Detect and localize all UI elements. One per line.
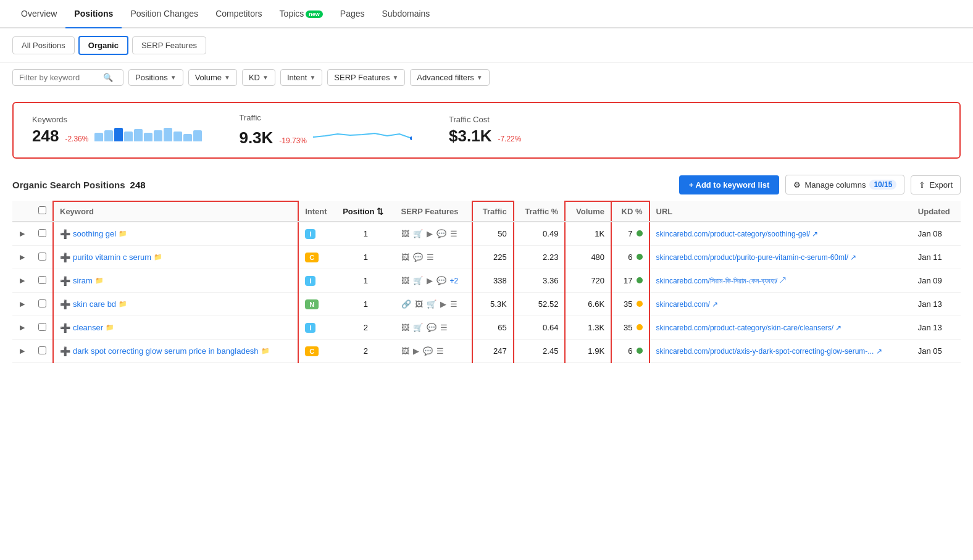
columns-count-badge: 10/15 xyxy=(869,180,896,190)
row-checkbox[interactable] xyxy=(32,340,53,363)
th-checkbox xyxy=(32,201,53,222)
table-actions: + Add to keyword list ⚙ Manage columns 1… xyxy=(679,175,961,194)
row-intent: I xyxy=(298,222,336,246)
volume-filter[interactable]: Volume ▼ xyxy=(188,69,237,86)
keyword-link[interactable]: ➕ siram 📁 xyxy=(60,276,291,286)
row-expand[interactable]: ▶ xyxy=(12,316,32,340)
traffic-cost-change: -7.22% xyxy=(498,135,521,143)
keyword-link[interactable]: ➕ dark spot correcting glow serum price … xyxy=(60,346,291,356)
url-link[interactable]: skincarebd.com/সিরাম-কি-সিরাম-কেন-ব্যবহা… xyxy=(656,277,906,285)
row-checkbox[interactable] xyxy=(32,316,53,340)
nav-topics[interactable]: Topicsnew xyxy=(271,0,332,27)
row-kd: 6 xyxy=(611,246,649,269)
url-link[interactable]: skincarebd.com/product/axis-y-dark-spot-… xyxy=(656,347,906,356)
serp-icon-video: ▶ xyxy=(427,276,433,285)
tab-all-positions[interactable]: All Positions xyxy=(12,36,75,54)
url-link[interactable]: skincarebd.com/product-category/soothing… xyxy=(656,230,906,238)
chevron-down-icon: ▼ xyxy=(262,74,269,81)
row-checkbox[interactable] xyxy=(32,222,53,246)
serp-icon-image: 🖼 xyxy=(415,299,423,309)
add-to-keyword-list-button[interactable]: + Add to keyword list xyxy=(679,175,780,194)
positions-filter[interactable]: Positions ▼ xyxy=(128,69,183,86)
export-button[interactable]: ⇧ Export xyxy=(911,175,961,194)
select-all-checkbox[interactable] xyxy=(38,206,46,214)
nav-overview[interactable]: Overview xyxy=(12,0,65,27)
row-position: 2 xyxy=(336,316,395,340)
serp-icon-video: ▶ xyxy=(427,229,433,238)
table-row: ▶ ➕ cleanser 📁 I 2 🖼🛒💬☰ 65 0.64 1.3K 35 … xyxy=(12,316,961,340)
row-updated: Jan 11 xyxy=(912,246,961,269)
row-select-checkbox[interactable] xyxy=(38,229,46,237)
expand-button[interactable]: ▶ xyxy=(19,322,26,333)
row-serp-features: 🖼▶💬☰ xyxy=(395,340,472,363)
row-url: skincarebd.com/product-category/soothing… xyxy=(649,222,912,246)
serp-features-filter[interactable]: SERP Features ▼ xyxy=(327,69,405,86)
row-url: skincarebd.com/সিরাম-কি-সিরাম-কেন-ব্যবহা… xyxy=(649,269,912,293)
keyword-link[interactable]: ➕ cleanser 📁 xyxy=(60,323,291,333)
url-link[interactable]: skincarebd.com/product-category/skin-car… xyxy=(656,324,906,332)
nav-subdomains[interactable]: Subdomains xyxy=(374,0,439,27)
keyword-history-icon: 📁 xyxy=(95,277,104,285)
row-checkbox[interactable] xyxy=(32,269,53,293)
serp-icon-image: 🖼 xyxy=(401,276,409,285)
export-icon: ⇧ xyxy=(919,180,925,190)
row-intent: N xyxy=(298,293,336,316)
keyword-link[interactable]: ➕ skin care bd 📁 xyxy=(60,299,291,309)
tab-serp-features[interactable]: SERP Features xyxy=(132,36,206,54)
keyword-history-icon: 📁 xyxy=(261,347,270,355)
th-position[interactable]: Position ⇅ xyxy=(336,201,395,222)
nav-competitors[interactable]: Competitors xyxy=(207,0,270,27)
row-keyword: ➕ skin care bd 📁 xyxy=(53,293,298,316)
expand-button[interactable]: ▶ xyxy=(19,228,26,239)
traffic-change: -19.73% xyxy=(279,136,307,145)
row-select-checkbox[interactable] xyxy=(38,346,46,354)
url-link[interactable]: skincarebd.com/ ↗ xyxy=(656,300,906,309)
table-header: Organic Search Positions 248 + Add to ke… xyxy=(12,169,961,201)
row-select-checkbox[interactable] xyxy=(38,276,46,284)
kd-filter[interactable]: KD ▼ xyxy=(242,69,275,86)
keywords-bar-chart xyxy=(94,128,202,141)
row-kd: 17 xyxy=(611,269,649,293)
add-keyword-icon: ➕ xyxy=(60,346,70,356)
row-serp-features: 🖼🛒💬☰ xyxy=(395,316,472,340)
row-volume: 720 xyxy=(565,269,611,293)
row-traffic-pct: 2.45 xyxy=(514,340,566,363)
expand-button[interactable]: ▶ xyxy=(19,252,26,262)
serp-icon-list: ☰ xyxy=(450,229,457,238)
row-select-checkbox[interactable] xyxy=(38,253,46,261)
manage-columns-button[interactable]: ⚙ Manage columns 10/15 xyxy=(785,175,904,194)
row-expand[interactable]: ▶ xyxy=(12,293,32,316)
expand-button[interactable]: ▶ xyxy=(19,346,26,356)
row-volume: 1.3K xyxy=(565,316,611,340)
row-select-checkbox[interactable] xyxy=(38,323,46,331)
keywords-change: -2.36% xyxy=(65,135,88,143)
row-expand[interactable]: ▶ xyxy=(12,340,32,363)
advanced-filters[interactable]: Advanced filters ▼ xyxy=(410,69,489,86)
nav-positions[interactable]: Positions xyxy=(65,0,122,28)
keyword-link[interactable]: ➕ purito vitamin c serum 📁 xyxy=(60,253,291,262)
row-expand[interactable]: ▶ xyxy=(12,269,32,293)
row-select-checkbox[interactable] xyxy=(38,299,46,307)
row-kd: 35 xyxy=(611,293,649,316)
search-input[interactable] xyxy=(19,73,99,82)
chevron-down-icon: ▼ xyxy=(170,74,177,81)
url-link[interactable]: skincarebd.com/product/purito-pure-vitam… xyxy=(656,253,906,262)
keyword-link[interactable]: ➕ soothing gel 📁 xyxy=(60,229,291,239)
row-expand[interactable]: ▶ xyxy=(12,246,32,269)
tab-organic[interactable]: Organic xyxy=(78,36,128,55)
expand-button[interactable]: ▶ xyxy=(19,299,26,309)
row-serp-features: 🖼🛒▶💬+2 xyxy=(395,269,472,293)
row-traffic: 65 xyxy=(472,316,514,340)
nav-pages[interactable]: Pages xyxy=(332,0,374,27)
row-expand[interactable]: ▶ xyxy=(12,222,32,246)
traffic-summary: Traffic 9.3K -19.73% xyxy=(239,113,412,148)
intent-filter[interactable]: Intent ▼ xyxy=(280,69,322,86)
row-checkbox[interactable] xyxy=(32,293,53,316)
row-position: 1 xyxy=(336,246,395,269)
th-volume: Volume xyxy=(565,201,611,222)
serp-more: +2 xyxy=(450,277,459,285)
keyword-history-icon: 📁 xyxy=(154,253,162,261)
expand-button[interactable]: ▶ xyxy=(19,275,26,286)
nav-position-changes[interactable]: Position Changes xyxy=(122,0,207,27)
row-checkbox[interactable] xyxy=(32,246,53,269)
